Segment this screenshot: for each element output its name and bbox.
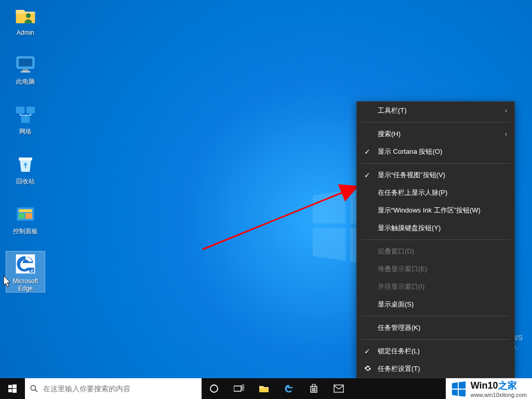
desktop-icon-label: 回收站 <box>16 178 35 185</box>
menu-separator <box>361 339 510 340</box>
taskbar-search-box[interactable] <box>25 378 202 399</box>
gear-icon <box>364 365 371 374</box>
svg-rect-28 <box>314 390 316 392</box>
this-pc-icon <box>13 52 38 77</box>
context-menu-item[interactable]: ✓锁定任务栏(L) <box>357 342 514 360</box>
context-menu-item-label: 任务管理器(K) <box>378 323 420 332</box>
check-icon: ✓ <box>364 347 370 355</box>
context-menu-item[interactable]: 显示“Windows Ink 工作区”按钮(W) <box>357 202 514 219</box>
svg-line-20 <box>35 390 37 392</box>
taskbar-context-menu: 工具栏(T)›搜索(H)›✓显示 Cortana 按钮(O)✓显示“任务视图”按… <box>356 101 515 378</box>
svg-rect-4 <box>21 71 30 73</box>
context-menu-item-label: 搜索(H) <box>378 129 401 139</box>
cortana-button[interactable] <box>202 378 227 399</box>
desktop-icon-network[interactable]: 网络 <box>6 102 45 135</box>
context-menu-item-label: 显示“Windows Ink 工作区”按钮(W) <box>378 206 481 215</box>
recycle-bin-icon <box>13 152 38 177</box>
context-menu-item[interactable]: ✓显示 Cortana 按钮(O) <box>357 143 514 161</box>
svg-rect-26 <box>314 388 316 390</box>
network-icon <box>13 102 38 127</box>
windows-logo-icon <box>451 381 467 396</box>
taskbar-store[interactable] <box>301 378 326 399</box>
context-menu-item-label: 显示“任务视图”按钮(V) <box>378 170 445 180</box>
svg-rect-3 <box>23 69 29 71</box>
menu-separator <box>361 163 510 164</box>
context-menu-item[interactable]: 显示桌面(S) <box>357 296 514 313</box>
context-menu-item[interactable]: ✓显示“任务视图”按钮(V) <box>357 166 514 184</box>
start-button[interactable] <box>0 378 25 399</box>
svg-rect-11 <box>25 213 32 219</box>
desktop-icon-recycle-bin[interactable]: 回收站 <box>6 152 45 185</box>
check-icon: ✓ <box>364 148 370 156</box>
desktop-icon-admin[interactable]: Admin <box>6 3 45 36</box>
desktop-icon-label: 网络 <box>19 128 32 135</box>
context-menu-item[interactable]: 搜索(H)› <box>357 125 514 143</box>
context-menu-item: 并排显示窗口(I) <box>357 278 514 296</box>
svg-rect-5 <box>16 107 24 113</box>
svg-rect-2 <box>19 59 32 66</box>
menu-separator <box>361 122 510 123</box>
svg-rect-9 <box>19 209 32 212</box>
taskbar-edge[interactable] <box>276 378 301 399</box>
context-menu-item-label: 并排显示窗口(I) <box>378 282 424 291</box>
desktop-icon-label: 控制面板 <box>13 228 38 235</box>
edge-icon <box>13 251 38 276</box>
context-menu-item-label: 层叠窗口(D) <box>378 247 414 256</box>
context-menu-item-label: 显示触摸键盘按钮(Y) <box>378 223 441 233</box>
context-menu-item[interactable]: 任务管理器(K) <box>357 319 514 337</box>
search-icon <box>30 384 38 393</box>
context-menu-item[interactable]: 在任务栏上显示人脉(P) <box>357 184 514 202</box>
context-menu-item[interactable]: 任务栏设置(T) <box>357 360 514 378</box>
taskbar-file-explorer[interactable] <box>251 378 276 399</box>
svg-rect-6 <box>26 107 35 113</box>
desktop-icon-label: Admin <box>17 29 34 36</box>
desktop-icon-edge[interactable]: Microsoft Edge <box>6 251 45 292</box>
taskbar-mail[interactable] <box>326 378 351 399</box>
context-menu-item-label: 显示桌面(S) <box>378 300 414 309</box>
svg-rect-18 <box>12 389 17 393</box>
desktop-icon-control-panel[interactable]: 控制面板 <box>6 202 45 235</box>
svg-rect-10 <box>19 213 24 219</box>
svg-point-21 <box>210 385 218 392</box>
svg-rect-25 <box>312 388 314 390</box>
context-menu-item: 堆叠显示窗口(E) <box>357 260 514 278</box>
menu-separator <box>361 240 510 240</box>
context-menu-item-label: 在任务栏上显示人脉(P) <box>378 188 447 197</box>
svg-rect-27 <box>312 390 314 392</box>
desktop-icon-label: 此电脑 <box>16 78 35 85</box>
context-menu-item-label: 显示 Cortana 按钮(O) <box>378 147 442 156</box>
svg-rect-16 <box>12 384 17 388</box>
search-input[interactable] <box>43 384 196 393</box>
context-menu-item[interactable]: 工具栏(T)› <box>357 102 514 119</box>
site-watermark: Win10之家 www.win10xitong.com <box>446 378 532 399</box>
context-menu-item[interactable]: 显示触摸键盘按钮(Y) <box>357 219 514 237</box>
svg-rect-17 <box>8 389 12 392</box>
svg-rect-13 <box>29 268 34 272</box>
svg-rect-22 <box>234 386 241 391</box>
svg-point-0 <box>26 13 31 18</box>
context-menu-item: 层叠窗口(D) <box>357 243 514 260</box>
svg-rect-7 <box>21 116 30 123</box>
chevron-right-icon: › <box>505 130 507 138</box>
svg-point-19 <box>31 385 35 390</box>
chevron-right-icon: › <box>505 107 507 114</box>
context-menu-item-label: 工具栏(T) <box>378 106 407 115</box>
svg-rect-24 <box>242 388 244 390</box>
svg-rect-15 <box>8 385 12 388</box>
user-folder-icon <box>13 3 38 28</box>
context-menu-item-label: 锁定任务栏(L) <box>378 347 420 356</box>
control-panel-icon <box>13 202 38 227</box>
context-menu-item-label: 堆叠显示窗口(E) <box>378 264 427 274</box>
task-view-button[interactable] <box>227 378 251 399</box>
menu-separator <box>361 316 510 316</box>
svg-rect-23 <box>242 385 244 387</box>
context-menu-item-label: 任务栏设置(T) <box>378 364 420 374</box>
check-icon: ✓ <box>364 171 370 179</box>
desktop-icon-this-pc[interactable]: 此电脑 <box>6 52 45 85</box>
svg-rect-29 <box>334 385 343 392</box>
desktop-icon-label: Microsoft Edge <box>6 277 45 292</box>
